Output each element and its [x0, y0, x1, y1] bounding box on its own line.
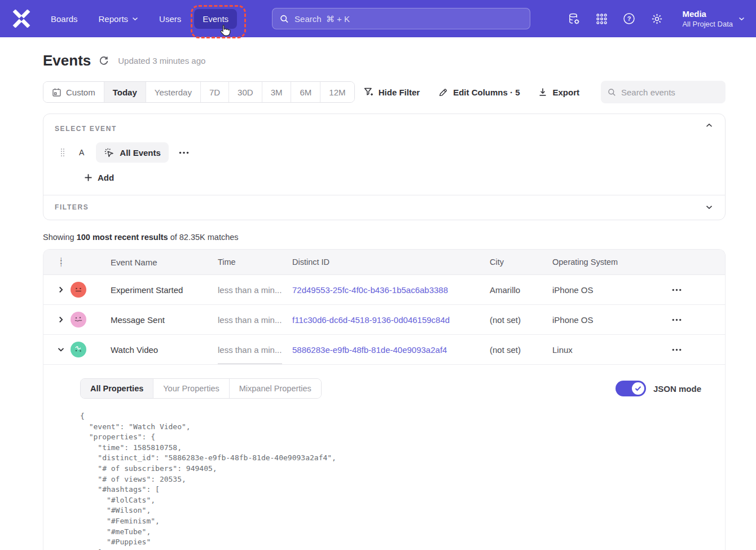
search-icon	[608, 88, 616, 97]
event-avatar	[71, 282, 86, 298]
col-header-time[interactable]: Time	[218, 257, 292, 267]
download-icon	[538, 88, 547, 97]
expand-row-button[interactable]	[43, 286, 71, 293]
tab-mixpanel-properties[interactable]: Mixpanel Properties	[229, 379, 321, 398]
calendar-icon	[52, 88, 61, 97]
event-name: Watch Video	[102, 345, 218, 355]
distinct-id-link[interactable]: 72d49553-25fc-4f0c-b436-1b5ac6ab3388	[292, 285, 490, 295]
query-builder-card: SELECT EVENT A	[43, 114, 726, 220]
table-search[interactable]	[601, 81, 726, 103]
json-mode-control: JSON mode	[616, 381, 714, 396]
event-json-view: { "event": "Watch Video", "properties": …	[80, 411, 714, 550]
range-30d[interactable]: 30D	[228, 82, 262, 102]
col-header-distinct-id[interactable]: Distinct ID	[292, 257, 490, 267]
hide-filter-button[interactable]: Hide Filter	[364, 88, 420, 97]
edit-columns-button[interactable]: Edit Columns · 5	[438, 88, 520, 97]
tab-all-properties[interactable]: All Properties	[81, 379, 153, 398]
column-divider	[218, 363, 282, 364]
event-detail-panel: All Properties Your Properties Mixpanel …	[43, 365, 725, 550]
refresh-icon[interactable]	[99, 56, 109, 66]
page-title: Events	[43, 52, 91, 69]
os-value: iPhone OS	[552, 285, 664, 295]
page-header: Events Updated 3 minutes ago	[43, 52, 726, 69]
settings-gear-icon[interactable]	[650, 12, 663, 25]
city-value: Amarillo	[490, 285, 552, 295]
project-name: Media	[682, 8, 733, 19]
toolbar-actions: Hide Filter Edit Columns · 5 Export	[364, 88, 579, 97]
range-6m[interactable]: 6M	[291, 82, 320, 102]
data-management-icon[interactable]	[568, 12, 581, 25]
add-event-button[interactable]: Add	[84, 173, 713, 182]
chevron-down-icon	[739, 17, 745, 21]
row-menu-icon[interactable]	[664, 289, 725, 291]
row-menu-icon[interactable]	[664, 348, 725, 351]
event-name: Message Sent	[102, 315, 218, 325]
expand-filters-button[interactable]	[706, 205, 713, 209]
nav-item-events[interactable]: Events	[194, 9, 237, 29]
event-time: less than a min...	[218, 315, 292, 325]
event-selector-chip[interactable]: All Events	[96, 142, 169, 163]
project-scope: All Project Data	[682, 19, 733, 29]
toggle-knob	[632, 382, 644, 395]
range-7d[interactable]: 7D	[200, 82, 228, 102]
navbar-right-cluster: ? Media All Project Data	[568, 8, 745, 29]
mixpanel-logo-icon[interactable]	[12, 10, 30, 28]
filters-label: FILTERS	[55, 203, 89, 211]
chevron-down-icon	[58, 347, 64, 352]
global-search[interactable]	[272, 8, 530, 29]
row-menu-icon[interactable]	[664, 318, 725, 321]
nav-item-reports[interactable]: Reports	[99, 14, 139, 24]
export-button[interactable]: Export	[538, 88, 579, 97]
event-row-menu-icon[interactable]	[179, 151, 189, 154]
events-table: ↓↑ Event Name Time Distinct ID City Oper…	[43, 249, 726, 550]
range-yesterday[interactable]: Yesterday	[146, 82, 200, 102]
help-icon[interactable]: ?	[623, 12, 635, 25]
toolbar: Custom Today Yesterday 7D 30D 3M 6M 12M …	[43, 81, 726, 103]
detail-controls: All Properties Your Properties Mixpanel …	[80, 378, 714, 399]
table-search-input[interactable]	[621, 88, 719, 97]
json-mode-label: JSON mode	[653, 384, 701, 394]
filters-section[interactable]: FILTERS	[43, 195, 725, 220]
table-header-row: ↓↑ Event Name Time Distinct ID City Oper…	[43, 250, 725, 275]
col-header-city[interactable]: City	[490, 257, 552, 267]
filter-funnel-icon	[364, 88, 373, 97]
nav-item-boards[interactable]: Boards	[51, 14, 78, 24]
collapse-row-button[interactable]	[43, 347, 71, 352]
nav-item-users[interactable]: Users	[159, 14, 181, 24]
tab-your-properties[interactable]: Your Properties	[153, 379, 228, 398]
main-nav: Boards Reports Users Events	[51, 9, 237, 29]
range-custom[interactable]: Custom	[43, 82, 104, 102]
chevron-down-icon	[132, 17, 138, 21]
global-search-input[interactable]	[295, 14, 522, 24]
distinct-id-link[interactable]: f11c30d6-dc6d-4518-9136-0d046159c84d	[292, 315, 490, 325]
json-mode-toggle[interactable]	[616, 381, 646, 396]
col-header-event-name[interactable]: Event Name	[102, 257, 218, 267]
distinct-id-link[interactable]: 5886283e-e9fb-48fb-81de-40e9093a2af4	[292, 345, 490, 355]
collapse-section-button[interactable]	[706, 123, 713, 128]
range-3m[interactable]: 3M	[262, 82, 291, 102]
event-time: less than a min...	[218, 345, 292, 355]
table-row-expanded: Watch Video less than a min... 5886283e-…	[43, 335, 725, 365]
chevron-up-icon	[706, 123, 713, 128]
all-events-sparkle-cursor-icon	[104, 147, 115, 158]
project-selector[interactable]: Media All Project Data	[682, 8, 745, 29]
expand-row-button[interactable]	[43, 316, 71, 323]
event-avatar	[71, 342, 86, 357]
sort-rows-icon[interactable]: ↓↑	[43, 257, 71, 267]
range-today[interactable]: Today	[104, 82, 146, 102]
results-summary: Showing 100 most recent results of 82.35…	[43, 233, 726, 242]
table-row: Experiment Started less than a min... 72…	[43, 275, 725, 305]
event-query-row: A All Events	[55, 142, 713, 163]
range-12m[interactable]: 12M	[320, 82, 354, 102]
drag-handle-icon[interactable]	[60, 148, 65, 157]
chevron-down-icon	[706, 205, 713, 209]
city-value: (not set)	[490, 315, 552, 325]
select-event-section: SELECT EVENT A	[43, 114, 725, 195]
event-row-letter: A	[79, 148, 84, 157]
city-value: (not set)	[490, 345, 552, 355]
col-header-os[interactable]: Operating System	[552, 257, 664, 267]
chevron-right-icon	[59, 316, 63, 323]
apps-grid-icon[interactable]	[596, 13, 608, 25]
event-avatar	[71, 312, 86, 328]
pencil-icon	[438, 88, 448, 97]
